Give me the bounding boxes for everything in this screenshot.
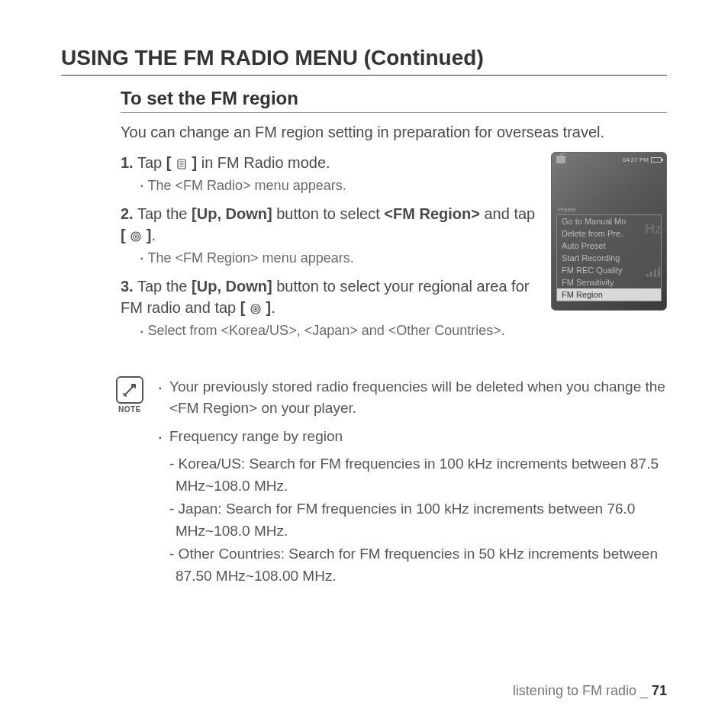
device-menu-item: Auto Preset [557,240,661,252]
footer-text: listening to FM radio _ [513,683,652,698]
page-title: USING THE FM RADIO MENU (Continued) [61,46,667,76]
step-text: button to select [272,205,385,222]
bold-bracket: [ [240,299,250,316]
step-sub: Select from <Korea/US>, <Japan> and <Oth… [121,321,537,340]
device-screenshot: 04:27 PM Preset Hz Go to Manual MoDelete… [551,152,667,311]
step-3: 3. Tap the [Up, Down] button to select y… [121,275,537,340]
step-sub: The <FM Region> menu appears. [121,249,537,268]
step-text: . [271,299,275,316]
note-item: Frequency range by region [159,426,667,448]
battery-icon [651,157,662,163]
preset-label: Preset [552,166,666,214]
page-footer: listening to FM radio _ 71 [513,683,667,699]
bold-text: <FM Region> [384,205,480,222]
step-text: . [151,227,156,243]
bold-text: [Up, Down] [192,278,272,295]
region-line: - Other Countries: Search for FM frequen… [159,543,667,587]
device-menu-item: Delete from Pre.. [557,227,661,240]
menu-icon [176,158,188,170]
step-text: in FM Radio mode. [197,154,330,171]
bold-bracket: ] [188,154,197,171]
device-menu-item: FM Sensitivity [557,276,661,288]
region-line: - Korea/US: Search for FM frequencies in… [159,453,667,497]
step-text: Tap the [137,278,192,295]
step-number: 1. [121,154,134,171]
device-menu-item: FM REC Quality [557,264,661,276]
device-menu-item: Start Recording [557,252,661,264]
step-number: 2. [121,205,134,222]
bold-bracket: [ [166,154,176,171]
bold-bracket: ] [142,227,151,243]
step-number: 3. [121,278,134,295]
svg-point-6 [135,236,137,238]
note-item: Your previously stored radio frequencies… [159,376,667,420]
note-header: Frequency range by region [169,428,343,444]
bold-text: [Up, Down] [192,205,272,222]
bold-bracket: ] [262,299,271,316]
device-menu-item: FM Region [557,288,661,301]
note-icon [116,376,143,404]
region-line: - Japan: Search for FM frequencies in 10… [159,498,667,542]
radio-icon [556,156,565,163]
section-title: To set the FM region [121,88,667,113]
device-menu-item: Go to Manual Mo [557,215,661,227]
svg-point-9 [254,308,256,311]
device-time: 04:27 PM [623,156,649,163]
note-label: NOTE [114,405,145,414]
step-text: Tap [137,154,166,171]
step-1: 1. Tap [ ] in FM Radio mode. The <FM Rad… [121,152,537,195]
step-sub: The <FM Radio> menu appears. [121,176,537,195]
device-menu: Go to Manual MoDelete from Pre..Auto Pre… [556,214,662,301]
step-text: Tap the [137,205,192,222]
step-2: 2. Tap the [Up, Down] button to select <… [121,203,537,268]
page-number: 71 [652,683,667,698]
select-icon [250,303,262,315]
bold-bracket: [ [121,227,130,243]
intro-text: You can change an FM region setting in p… [121,124,667,141]
step-text: and tap [480,205,535,222]
select-icon [130,230,142,243]
